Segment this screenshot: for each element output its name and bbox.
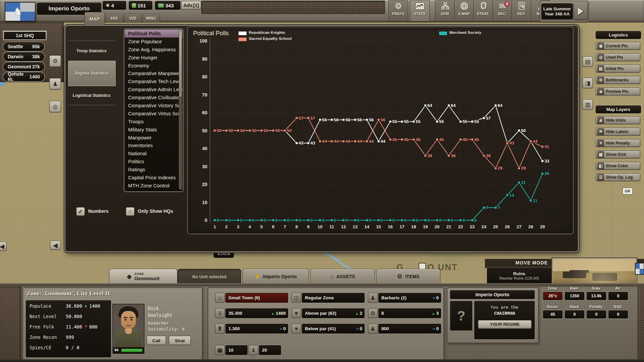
- stat-list-item[interactable]: Manpower: [125, 134, 182, 142]
- zone-stat-value: 800: [379, 326, 389, 331]
- stat-list-item[interactable]: Comparative Virtus Score: [125, 110, 182, 118]
- category-tab-troop[interactable]: Troop Statistics: [68, 41, 115, 61]
- stat-list-item[interactable]: Inventories: [125, 141, 182, 149]
- unit-photo[interactable]: [552, 258, 637, 287]
- menu-button-prefs[interactable]: ⚙PREFS: [388, 0, 408, 21]
- next-turn-button[interactable]: [574, 3, 588, 20]
- sidebar-button-bottlenecks[interactable]: ⚙Bottlenecks: [596, 76, 640, 84]
- stat-list-item[interactable]: Politics: [125, 158, 182, 166]
- tab-his[interactable]: HIS: [106, 14, 123, 23]
- env-value-scav: 13.9k: [587, 292, 606, 300]
- category-tab-regime[interactable]: Regime Statistics: [68, 61, 116, 86]
- menu-button-rep[interactable]: REP.: [512, 0, 531, 21]
- adv-button[interactable]: Adv.[1]: [181, 1, 201, 10]
- portrait-brow-l: [123, 317, 127, 318]
- regime-panel-header: Imperio Oporto: [450, 290, 535, 299]
- stat-list-item[interactable]: Comparative Civilisation: [125, 94, 182, 102]
- sidebar-button-usedpts[interactable]: ◎Used Pts: [596, 53, 640, 61]
- menu-button-smap[interactable]: S.MAP: [454, 0, 474, 21]
- gear-icon: ⚙: [397, 273, 402, 280]
- svg-text:0: 0: [217, 218, 219, 223]
- tab-vid[interactable]: VID: [124, 14, 142, 23]
- stat-list-item[interactable]: Comparative Victory Score: [125, 102, 182, 110]
- city-button-seattle[interactable]: Seattle95k: [3, 42, 44, 51]
- checkbox-onlyshowhqs[interactable]: ✕: [126, 207, 135, 216]
- leader-portrait-placeholder[interactable]: ?: [450, 301, 472, 330]
- stat-list-item[interactable]: Ratings: [125, 166, 182, 174]
- target-icon[interactable]: ◎: [49, 101, 61, 113]
- menu-button-strat[interactable]: STRAT.: [473, 0, 493, 21]
- stat-list-item[interactable]: Military Stats: [125, 126, 182, 134]
- governor-button-strat[interactable]: Strat: [169, 336, 191, 345]
- sidebar-button-previewpts[interactable]: ◈Preview Pts: [596, 87, 640, 96]
- sidebar-button-showcolor[interactable]: ◧Show Color: [596, 162, 640, 170]
- stat-list-item[interactable]: Comparative Manpower: [125, 69, 182, 77]
- logistics-header: Logistics: [596, 31, 641, 39]
- stat-list-item[interactable]: Zone Hunger: [125, 54, 182, 62]
- stat-list-item[interactable]: Capital Price Indexes: [125, 174, 182, 182]
- menu-button-stats[interactable]: STATS: [410, 0, 430, 21]
- sidebar-button-hidelabels[interactable]: ⚑Hide Labels: [596, 128, 640, 136]
- bottom-tab-nounitselected[interactable]: No Unit selected: [177, 269, 241, 284]
- category-tab-logistical[interactable]: Logistical Statistics: [68, 85, 115, 105]
- stat-list-scroll-thumb[interactable]: [179, 30, 182, 97]
- city-button-geomount[interactable]: Geomount37k: [3, 62, 44, 71]
- stat-list-item[interactable]: Troops: [125, 118, 182, 126]
- stat-list-item[interactable]: Comparative Admin Level: [125, 85, 182, 94]
- sidebar-button-initialpts[interactable]: ▤Initial Pts: [596, 65, 640, 73]
- svg-text:25: 25: [493, 224, 498, 229]
- your-regime-button[interactable]: YOUR REGIME: [478, 320, 532, 329]
- layers-mini-icon[interactable]: ▤: [582, 56, 593, 67]
- city-button-darwin[interactable]: Darwin38k: [3, 52, 44, 61]
- resource-pill: 151: [129, 1, 152, 10]
- zone-stat-delta-wrap: =0: [433, 324, 439, 333]
- tab-map[interactable]: MAP: [85, 12, 105, 25]
- bottom-tab-geomount[interactable]: ◆ZONEGeomount: [109, 269, 177, 284]
- governor-portrait[interactable]: 94: [112, 304, 145, 354]
- stat-list-item[interactable]: Comparative Tech Level: [125, 77, 182, 85]
- sidebar-button-hideunits[interactable]: ♟Hide Units: [596, 116, 640, 124]
- gear-icon[interactable]: ⚙: [49, 55, 61, 67]
- regime-panel: Imperio Oporto?You are theCHAIRMANYOUR R…: [447, 288, 539, 343]
- split-mini-icon[interactable]: ◨: [582, 78, 593, 88]
- svg-text:50: 50: [521, 128, 526, 133]
- stat-list-item[interactable]: National: [125, 149, 182, 158]
- svg-text:24: 24: [481, 224, 486, 229]
- menu-button-dec[interactable]: ✉DEC.4: [492, 0, 512, 21]
- stat-list-item[interactable]: Zone Avg. Happiness: [125, 46, 182, 54]
- regime-flag[interactable]: ♞: [5, 2, 36, 21]
- checkbox-numbers[interactable]: ✓: [76, 207, 85, 216]
- trend-eq-icon: =: [433, 326, 435, 331]
- location-detail: Rasolar Ruins (125,50): [499, 276, 539, 280]
- sidebar-button-showgrid[interactable]: ▦Show Grid: [596, 150, 640, 159]
- sidebar-button-currentpts[interactable]: ◉Current Pts: [596, 42, 640, 50]
- scroll-left-button[interactable]: ◀: [50, 241, 61, 250]
- svg-text:19: 19: [423, 224, 428, 229]
- stat-list-item[interactable]: Zone Populace: [125, 38, 182, 46]
- sidebar-button-showoplog[interactable]: ☰Show Op. Log: [596, 173, 640, 181]
- zone-stat-delta-wrap: =0: [433, 293, 439, 302]
- shq-header[interactable]: 1st SHQ: [2, 30, 47, 41]
- menu-button-oob[interactable]: OOB: [435, 0, 455, 21]
- edge-left-button[interactable]: ◀: [0, 242, 7, 251]
- bottom-tab-assets[interactable]: ⌂ASSETS: [310, 269, 375, 284]
- bottom-right-pillar: [637, 287, 644, 362]
- stat-list-item[interactable]: Economy: [125, 62, 182, 70]
- zone-row-value: 0 / 0: [66, 345, 79, 350]
- city-button-qeholeri[interactable]: Qehole Ri.1400: [3, 72, 44, 81]
- stat-list-item[interactable]: Political Polls: [125, 29, 182, 38]
- rows-mini-icon[interactable]: ▥: [582, 99, 593, 110]
- preview-icon: ◈: [597, 88, 604, 95]
- governor-button-call[interactable]: Call: [147, 336, 166, 345]
- bottom-tab-items[interactable]: ⚙ITEMS: [376, 269, 440, 284]
- svg-text:0: 0: [264, 218, 266, 223]
- menu-button-label: PREFS: [392, 12, 405, 16]
- sidebar-button-hidepenalty[interactable]: ▼Hide Penalty: [596, 139, 640, 147]
- bottom-tab-imperiooporto[interactable]: ⚜Imperio Oporto: [243, 269, 309, 284]
- tab-mng[interactable]: MNG: [143, 14, 160, 23]
- unit-icon[interactable]: ♟: [49, 78, 61, 90]
- sidebar-button-label: Show Grid: [606, 152, 626, 157]
- zone-stat-plate: 8▲3: [378, 308, 441, 318]
- stat-list-item[interactable]: MTH Zone Control: [125, 182, 182, 190]
- bottom-tab-label: Imperio Oporto: [263, 274, 297, 279]
